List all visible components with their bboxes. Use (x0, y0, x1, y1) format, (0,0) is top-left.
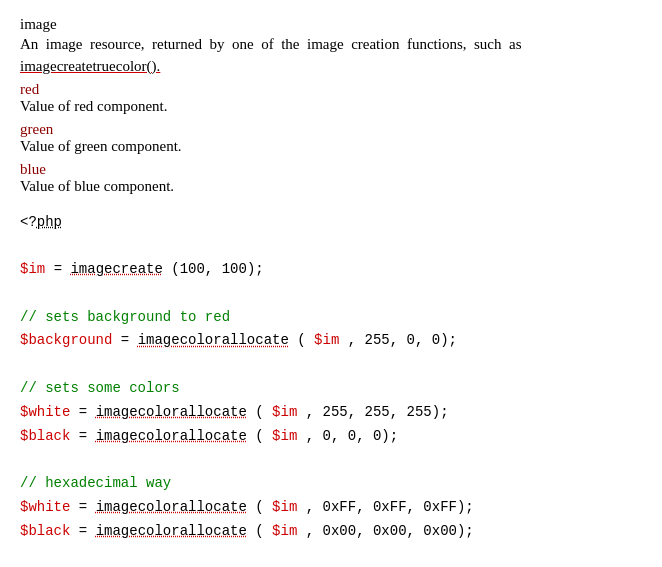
code-line-4: $black = imagecolorallocate ( $im , 0, 0… (20, 425, 642, 449)
comment-hex: // hexadecimal way (20, 472, 642, 496)
code-line-2: $background = imagecolorallocate ( $im ,… (20, 329, 642, 353)
params-section: red Value of red component. green Value … (20, 81, 642, 195)
param-blue-name: blue (20, 161, 642, 178)
comment-colors: // sets some colors (20, 377, 642, 401)
code-line-1: $im = imagecreate (100, 100); (20, 258, 642, 282)
code-line-6: $black = imagecolorallocate ( $im , 0x00… (20, 520, 642, 544)
code-line-5: $white = imagecolorallocate ( $im , 0xFF… (20, 496, 642, 520)
empty-line-3 (20, 353, 642, 377)
param-green-desc: Value of green component. (20, 138, 642, 155)
image-description: An image resource, returned by one of th… (20, 33, 642, 56)
param-red-desc: Value of red component. (20, 98, 642, 115)
image-label: image (20, 16, 642, 33)
code-line-3: $white = imagecolorallocate ( $im , 255,… (20, 401, 642, 425)
param-blue-desc: Value of blue component. (20, 178, 642, 195)
php-open-tag: <?php (20, 211, 642, 235)
doc-section: image An image resource, returned by one… (20, 16, 642, 195)
empty-line-2 (20, 282, 642, 306)
empty-line-1 (20, 234, 642, 258)
empty-line-4 (20, 448, 642, 472)
param-red-name: red (20, 81, 642, 98)
comment-bg: // sets background to red (20, 306, 642, 330)
code-block: <?php $im = imagecreate (100, 100); // s… (20, 211, 642, 544)
image-func-link[interactable]: imagecreatetruecolor(). (20, 58, 642, 75)
param-green-name: green (20, 121, 642, 138)
